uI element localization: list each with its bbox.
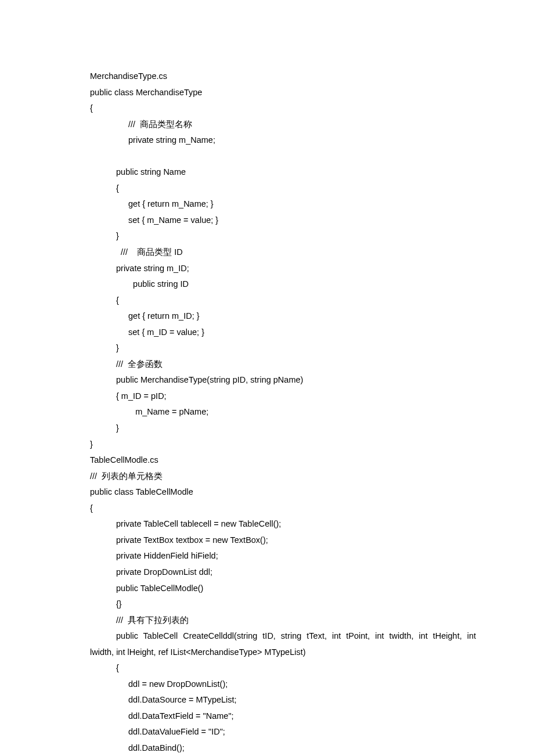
document-page: MerchandiseType.cspublic class Merchandi… [0, 0, 534, 756]
code-line: { m_ID = pID; [90, 388, 476, 405]
code-line: public class TableCellModle [90, 484, 476, 501]
code-line: {} [90, 596, 476, 613]
code-line: { [90, 660, 476, 676]
code-line: MerchandiseType.cs [90, 69, 476, 85]
code-line: { [90, 293, 476, 309]
code-line: private DropDownList ddl; [90, 564, 476, 581]
code-line: ddl = new DropDownList(); [90, 676, 476, 693]
code-line: ddl.DataSource = MTypeList; [90, 692, 476, 708]
code-line: private string m_ID; [90, 261, 476, 277]
code-line [90, 149, 476, 165]
code-line: private HiddenField hiField; [90, 548, 476, 564]
code-line: /// 商品类型 ID [90, 244, 476, 261]
code-line: { [90, 501, 476, 517]
code-line: public TableCellModle() [90, 581, 476, 597]
code-line: } [90, 228, 476, 244]
code-line: TableCellModle.cs [90, 452, 476, 469]
code-line: private TextBox textbox = new TextBox(); [90, 532, 476, 549]
code-line: m_Name = pName; [90, 404, 476, 420]
code-line: public string Name [90, 164, 476, 181]
code-line: set { m_ID = value; } [90, 325, 476, 341]
code-line: /// 列表的单元格类 [90, 469, 476, 485]
code-line: { [90, 181, 476, 197]
code-line: lwidth, int lHeight, ref IList<Merchandi… [90, 645, 476, 661]
code-line: } [90, 437, 476, 453]
code-line: public string ID [90, 276, 476, 293]
code-block: MerchandiseType.cspublic class Merchandi… [90, 69, 476, 756]
code-line: public TableCell CreateCellddl(string tI… [90, 628, 476, 645]
code-line: /// 全参函数 [90, 357, 476, 373]
code-line: ddl.DataBind(); [90, 740, 476, 756]
code-line: get { return m_Name; } [90, 196, 476, 213]
code-line: public class MerchandiseType [90, 85, 476, 101]
code-line: public MerchandiseType(string pID, strin… [90, 372, 476, 388]
code-line: get { return m_ID; } [90, 308, 476, 325]
code-line: private TableCell tablecell = new TableC… [90, 516, 476, 532]
code-line: /// 商品类型名称 [90, 117, 476, 133]
code-line: { [90, 100, 476, 117]
code-line: } [90, 420, 476, 437]
code-line: ddl.DataTextField = "Name"; [90, 708, 476, 725]
code-line: ddl.DataValueField = "ID"; [90, 724, 476, 740]
code-line: private string m_Name; [90, 132, 476, 149]
code-line: /// 具有下拉列表的 [90, 613, 476, 629]
code-line: set { m_Name = value; } [90, 213, 476, 229]
code-line: } [90, 340, 476, 357]
